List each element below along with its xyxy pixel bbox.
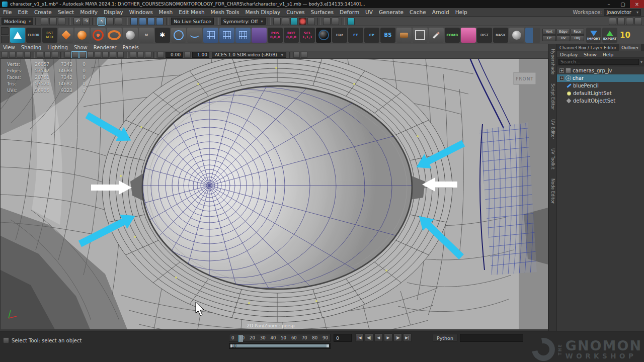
toggle-attribute-editor-icon[interactable] bbox=[609, 18, 616, 25]
expand-icon[interactable]: + bbox=[559, 68, 564, 73]
menu-windows[interactable]: Windows bbox=[126, 9, 156, 15]
vp-menu-shading[interactable]: Shading bbox=[18, 45, 45, 50]
menu-file[interactable]: File bbox=[0, 9, 15, 15]
vp-menu-show[interactable]: Show bbox=[71, 45, 91, 50]
shelf-preview-sphere-icon[interactable] bbox=[509, 28, 524, 43]
live-surface-selector[interactable]: No Live Surface bbox=[171, 18, 214, 25]
shelf-mirror-y-icon[interactable] bbox=[219, 28, 234, 43]
render-record-icon[interactable] bbox=[299, 18, 306, 25]
close-button[interactable]: × bbox=[630, 0, 644, 8]
step-forward-button[interactable]: |▶ bbox=[393, 333, 402, 342]
toggle-tool-settings-icon[interactable] bbox=[617, 18, 625, 25]
outliner-item-default-object-set[interactable]: defaultObjectSet bbox=[557, 97, 644, 105]
ipr-render-icon[interactable] bbox=[290, 18, 298, 25]
shelf-zero-position-button[interactable]: POS 0,0,0 bbox=[268, 28, 283, 43]
open-scene-icon[interactable] bbox=[49, 18, 57, 25]
lasso-tool-icon[interactable] bbox=[106, 18, 114, 25]
launch-arnold-icon[interactable] bbox=[347, 18, 355, 25]
outliner-menu-display[interactable]: Display bbox=[557, 52, 581, 57]
range-bar[interactable] bbox=[230, 344, 329, 347]
lock-camera-icon[interactable] bbox=[9, 52, 16, 58]
cp-mode-button[interactable]: CP bbox=[542, 35, 556, 41]
camera-attributes-icon[interactable] bbox=[17, 52, 23, 58]
maximize-button[interactable]: ▢ bbox=[616, 0, 630, 8]
wireframe-on-shaded-icon[interactable] bbox=[79, 52, 86, 58]
workspace-selector[interactable]: joaovictor ▾ bbox=[604, 9, 641, 16]
vert-mode-button[interactable]: Vert bbox=[542, 29, 556, 35]
shelf-frame-icon[interactable] bbox=[413, 28, 428, 43]
edge-mode-button[interactable]: Edge bbox=[556, 29, 570, 35]
wireframe-icon[interactable] bbox=[64, 52, 71, 58]
shelf-smooth-sphere-icon[interactable] bbox=[123, 28, 138, 43]
expand-icon[interactable]: + bbox=[559, 76, 564, 80]
shelf-arnold-sphere-icon[interactable] bbox=[316, 28, 331, 43]
use-all-lights-icon[interactable] bbox=[95, 52, 101, 58]
isolate-select-icon[interactable] bbox=[130, 52, 136, 58]
play-backwards-button[interactable]: ◀ bbox=[374, 333, 383, 342]
tab-uv-toolkit[interactable]: UV Toolkit bbox=[550, 144, 555, 174]
render-settings-icon[interactable] bbox=[307, 18, 315, 25]
motion-blur-icon[interactable] bbox=[117, 52, 124, 58]
image-plane-icon[interactable] bbox=[37, 52, 43, 58]
go-to-start-button[interactable]: |◀ bbox=[355, 333, 364, 342]
new-scene-icon[interactable] bbox=[41, 18, 48, 25]
shelf-tab-switcher[interactable] bbox=[1, 27, 9, 43]
shelf-floor-button[interactable]: FLOOR bbox=[26, 28, 41, 43]
uv-mode-button[interactable]: UV bbox=[556, 35, 570, 41]
shelf-sphere-icon[interactable] bbox=[74, 28, 90, 43]
shelf-comb-button[interactable]: COMB bbox=[445, 28, 460, 43]
shaded-icon[interactable] bbox=[72, 52, 78, 58]
exposure-toggle-icon[interactable] bbox=[157, 52, 164, 58]
xray-joints-icon[interactable] bbox=[145, 52, 151, 58]
textured-icon[interactable] bbox=[87, 52, 94, 58]
outliner-search-input[interactable] bbox=[558, 59, 639, 65]
shelf-curve-icon[interactable] bbox=[187, 28, 202, 43]
shelf-mirror-x-icon[interactable] bbox=[203, 28, 218, 43]
tab-channel-box[interactable]: Channel Box / Layer Editor bbox=[557, 44, 619, 51]
current-frame-field[interactable]: 0 bbox=[334, 334, 352, 342]
menu-cache[interactable]: Cache bbox=[407, 9, 429, 15]
toggle-channel-box-icon[interactable] bbox=[626, 18, 633, 25]
bookmark-icon[interactable] bbox=[24, 52, 31, 58]
go-to-end-button[interactable]: ▶| bbox=[403, 333, 412, 342]
select-camera-icon[interactable] bbox=[2, 52, 8, 58]
view-transform-selector[interactable]: ACES 1.0 SDR-video (sRGB) ▾ bbox=[212, 52, 286, 58]
tab-node-editor[interactable]: Node Editor bbox=[550, 174, 555, 208]
step-back-button[interactable]: ◀| bbox=[365, 333, 373, 342]
viewport-canvas[interactable]: FRONT 2D Pan/Zoom : persp bbox=[1, 59, 548, 329]
shelf-material-icon[interactable]: M bbox=[139, 28, 154, 43]
shelf-sculpt-hammer-icon[interactable] bbox=[396, 28, 412, 43]
menu-generate[interactable]: Generate bbox=[376, 9, 407, 15]
save-scene-icon[interactable] bbox=[58, 18, 65, 25]
menu-create[interactable]: Create bbox=[31, 9, 55, 15]
2d-panzoom-icon[interactable] bbox=[44, 52, 51, 58]
tab-outliner[interactable]: Outliner bbox=[619, 44, 641, 51]
shelf-retopo-icon[interactable] bbox=[91, 28, 106, 43]
shelf-pink-swatch-icon[interactable] bbox=[461, 28, 476, 43]
menu-surfaces[interactable]: Surfaces bbox=[308, 9, 337, 15]
vp-menu-lighting[interactable]: Lighting bbox=[44, 45, 70, 50]
viewport-canvas-area[interactable]: FRONT 2D Pan/Zoom : persp bbox=[0, 59, 547, 329]
shadows-icon[interactable] bbox=[102, 52, 109, 58]
toggle-modeling-toolkit-icon[interactable] bbox=[634, 18, 642, 25]
menu-select[interactable]: Select bbox=[55, 9, 77, 15]
menu-mesh-tools[interactable]: Mesh Tools bbox=[208, 9, 243, 15]
grease-pencil-icon[interactable] bbox=[52, 52, 58, 58]
gamma-toggle-icon[interactable] bbox=[184, 52, 191, 58]
render-view-icon[interactable] bbox=[273, 18, 281, 25]
shelf-multi-cut-icon[interactable]: ✱ bbox=[155, 28, 170, 43]
shelf-ten-button[interactable]: 10 bbox=[620, 31, 630, 40]
menu-help[interactable]: Help bbox=[452, 9, 470, 15]
shelf-remesh-icon[interactable] bbox=[58, 28, 73, 43]
menu-modify[interactable]: Modify bbox=[77, 9, 101, 15]
outliner-item-cameras-grp[interactable]: + cameras_grp_jv bbox=[557, 67, 644, 74]
play-forwards-button[interactable]: ▶ bbox=[384, 333, 392, 342]
shelf-half-shaded-icon[interactable] bbox=[525, 28, 540, 43]
shelf-zero-rotation-button[interactable]: ROT 0,0,0 bbox=[284, 28, 299, 43]
shelf-center-pivot-button[interactable]: CP bbox=[364, 28, 379, 43]
shelf-freeze-transform-button[interactable]: FT bbox=[348, 28, 363, 43]
select-tool-icon[interactable]: ↖ bbox=[98, 18, 105, 25]
outliner-item-char[interactable]: + + char bbox=[557, 74, 644, 82]
vp-menu-renderer[interactable]: Renderer bbox=[91, 45, 120, 50]
menu-mesh-display[interactable]: Mesh Display bbox=[242, 9, 283, 15]
